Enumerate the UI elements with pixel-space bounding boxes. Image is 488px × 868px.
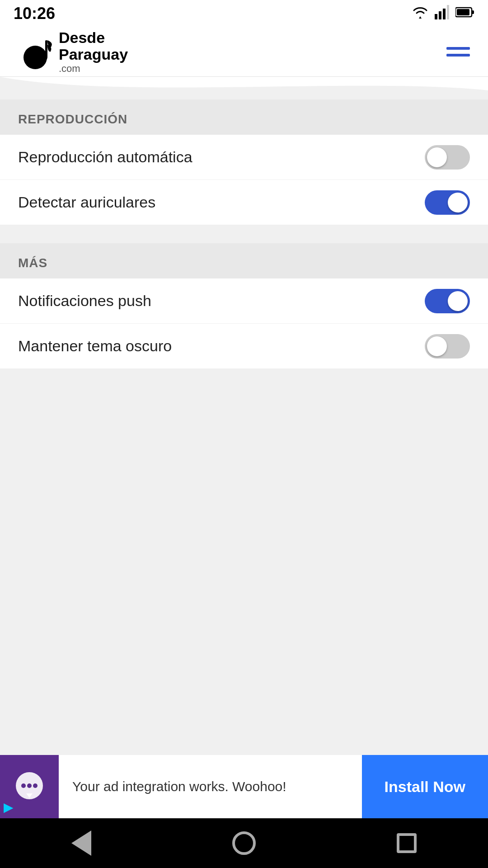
wave-separator <box>0 77 488 99</box>
home-icon <box>232 831 256 855</box>
hamburger-line-2 <box>446 54 470 57</box>
status-time: 10:26 <box>14 4 55 23</box>
setting-row-dark-theme: Mantener tema oscuro <box>0 324 488 369</box>
toggle-thumb-push-notifications <box>448 291 468 311</box>
navigation-bar <box>0 818 488 868</box>
section-title-mas: MÁS <box>18 256 47 270</box>
empty-space <box>0 369 488 755</box>
nav-home-button[interactable] <box>226 825 262 861</box>
toggle-track-push-notifications <box>425 289 470 313</box>
logo-text: Desde Paraguay .com <box>59 29 128 74</box>
svg-rect-6 <box>457 9 469 15</box>
toggle-track-detect-headphones <box>425 190 470 215</box>
toggle-thumb-detect-headphones <box>448 193 468 212</box>
section-header-reproduccion: REPRODUCCIÓN <box>0 99 488 135</box>
signal-icon <box>435 5 449 23</box>
svg-point-9 <box>38 54 47 61</box>
setting-row-push-notifications: Notificaciones push <box>0 278 488 324</box>
svg-rect-2 <box>443 9 446 19</box>
section-gap-1 <box>0 225 488 243</box>
setting-label-detect-headphones: Detectar auriculares <box>18 193 155 211</box>
back-icon <box>71 830 91 856</box>
content-area: REPRODUCCIÓN Reproducción automática Det… <box>0 99 488 755</box>
section-title-reproduccion: REPRODUCCIÓN <box>18 112 127 126</box>
recents-icon <box>397 833 417 853</box>
toggle-thumb-auto-play <box>427 147 447 167</box>
svg-rect-0 <box>435 14 437 19</box>
nav-recents-button[interactable] <box>389 825 425 861</box>
ad-icon-area: ▶ <box>0 755 59 818</box>
hamburger-menu-button[interactable] <box>446 47 470 57</box>
setting-label-push-notifications: Notificaciones push <box>18 292 151 310</box>
toggle-push-notifications[interactable] <box>425 289 470 313</box>
setting-label-auto-play: Reproducción automática <box>18 148 192 166</box>
svg-rect-3 <box>447 5 449 19</box>
setting-label-dark-theme: Mantener tema oscuro <box>18 337 172 355</box>
ad-banner: ▶ Your ad integration works. Woohoo! Ins… <box>0 755 488 818</box>
toggle-dark-theme[interactable] <box>425 334 470 359</box>
toggle-detect-headphones[interactable] <box>425 190 470 215</box>
status-icons <box>412 5 474 23</box>
ad-play-badge: ▶ <box>4 800 14 815</box>
status-bar: 10:26 <box>0 0 488 27</box>
install-now-button[interactable]: Install Now <box>362 755 488 818</box>
svg-point-11 <box>21 783 26 788</box>
svg-point-13 <box>33 783 38 788</box>
toggle-thumb-dark-theme <box>427 336 447 356</box>
section-header-mas: MÁS <box>0 243 488 278</box>
logo-icon <box>18 34 54 70</box>
ad-text: Your ad integration works. Woohoo! <box>59 779 362 794</box>
hamburger-line-1 <box>446 47 470 50</box>
ad-chat-icon <box>14 771 45 802</box>
nav-back-button[interactable] <box>63 825 99 861</box>
svg-point-12 <box>27 783 32 788</box>
logo: Desde Paraguay .com <box>18 29 128 74</box>
toggle-track-dark-theme <box>425 334 470 359</box>
setting-row-auto-play: Reproducción automática <box>0 135 488 180</box>
svg-rect-1 <box>439 11 441 19</box>
toggle-track-auto-play <box>425 145 470 170</box>
setting-row-detect-headphones: Detectar auriculares <box>0 180 488 225</box>
svg-rect-5 <box>472 10 474 14</box>
toolbar: Desde Paraguay .com <box>0 27 488 77</box>
toggle-auto-play[interactable] <box>425 145 470 170</box>
wifi-icon <box>412 5 428 22</box>
battery-icon <box>455 6 474 21</box>
